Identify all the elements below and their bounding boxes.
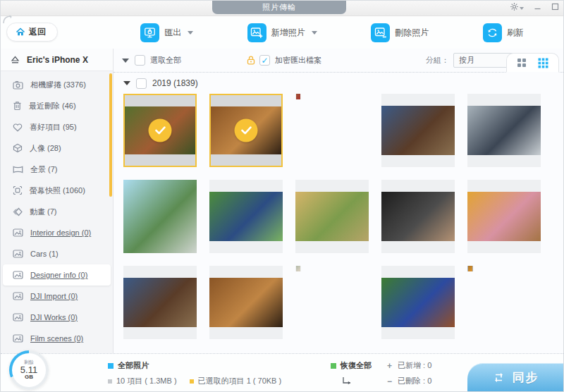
album-icon (13, 271, 23, 279)
collapse-all-caret-icon[interactable] (122, 59, 129, 63)
album-icon (13, 334, 23, 343)
sidebar-item-cars[interactable]: Cars (1) (3, 243, 111, 264)
photo-card-pizza-slices-on-wooden-table[interactable] (209, 94, 283, 167)
photo-card-salad-plate-with-blue-rim[interactable] (381, 266, 455, 339)
photo-card-coastal-road-with-cyclist[interactable] (123, 180, 197, 253)
photo-card-child-with-backpack-in-park[interactable] (209, 180, 283, 253)
toolbar-button-export[interactable]: 匯出 (140, 23, 193, 42)
encrypt-export-label: 加密匯出檔案 (275, 55, 321, 66)
delete-photo-icon (371, 23, 390, 42)
toolbar-button-add-photo[interactable]: 新增照片 (247, 23, 317, 42)
sidebar-item-label: DJI Works (0) (30, 313, 78, 321)
photo-thumbnail (381, 278, 455, 327)
photo-card-woman-in-sunlit-park[interactable] (295, 180, 369, 253)
sidebar-item-動畫[interactable]: 動畫 (7) (3, 201, 111, 222)
sidebar-item-label: 動畫 (7) (30, 207, 57, 217)
photo-card-person-crouching-tying-shoes[interactable] (467, 94, 541, 167)
photo-card-brown-dog-being-petted[interactable] (381, 94, 455, 167)
group-title: 2019 (1839) (152, 78, 198, 88)
sidebar-item-film-scenes[interactable]: Film scenes (0) (3, 328, 111, 349)
filter-bar: ✓ 選取全部 ✓ 加密匯出檔案 分組： 按月 ⌄ (114, 49, 563, 73)
sidebar-item-label: 人像 (28) (30, 143, 61, 154)
sidebar-scrollbar-thumb[interactable] (109, 73, 112, 197)
sidebar-item-全景[interactable]: 全景 (7) (3, 159, 111, 180)
device-header[interactable]: Eric's iPhone X (1, 49, 113, 71)
restore-bullet-icon (331, 363, 336, 369)
selected-bullet-icon (190, 379, 194, 384)
sidebar-item-dji-import[interactable]: DJI Import (0) (3, 286, 111, 307)
toolbar-button-label: 新增照片 (271, 27, 305, 39)
select-all-checkbox[interactable]: ✓ (135, 55, 145, 66)
album-icon (13, 292, 23, 300)
photo-card-pizza-slices-on-wooden-table[interactable] (209, 266, 283, 339)
plus-icon: + (387, 361, 393, 371)
refresh-icon (483, 23, 502, 42)
eject-icon (11, 56, 20, 64)
toolbar-button-refresh[interactable]: 刷新 (483, 23, 524, 42)
photo-thumbnail (381, 192, 455, 241)
sync-button[interactable]: 同步 (467, 363, 563, 391)
sidebar-item-螢幕快照[interactable]: 螢幕快照 (1060) (3, 180, 111, 201)
maximize-button[interactable] (551, 3, 559, 11)
screenshot-icon (13, 185, 23, 195)
restore-all-label[interactable]: 恢復全部 (341, 360, 372, 371)
selection-legend: 全部照片 10 項目 ( 1.3MB ) 已選取的項目 1 ( 70KB ) (108, 360, 281, 386)
sidebar-item-label: Interior design (0) (30, 228, 91, 237)
back-button[interactable]: 返回 (6, 23, 58, 42)
sidebar-item-label: DJI Import (0) (30, 292, 78, 300)
sidebar-item-喜好項目[interactable]: 喜好項目 (95) (3, 116, 111, 137)
group-header: ✓ 2019 (1839) (114, 73, 563, 94)
sidebar: Eric's iPhone X 相機膠捲 (3376)最近刪除 (46)喜好項目… (1, 49, 114, 353)
add-photo-icon (247, 23, 266, 42)
sidebar-item-label: 最近刪除 (46) (29, 101, 76, 111)
view-grid-large-button[interactable] (517, 58, 527, 68)
device-name: Eric's iPhone X (27, 55, 88, 65)
sidebar-item-label: Designer info (0) (30, 271, 87, 279)
sidebar-item-相機膠捲[interactable]: 相機膠捲 (3376) (3, 74, 111, 95)
photo-thumbnail (467, 192, 541, 241)
select-all-label: 選取全部 (150, 55, 181, 66)
sidebar-item-dji-works[interactable]: DJI Works (0) (3, 307, 111, 328)
cube-icon (13, 143, 23, 153)
sidebar-item-最近刪除[interactable]: 最近刪除 (46) (3, 95, 111, 116)
app-window: 照片傳輸 返回 匯出新增照片刪除照片刷新 (0, 0, 564, 392)
photo-card-house-facade-with-green-door[interactable] (295, 266, 301, 271)
toolbar-button-delete-photo[interactable]: 刪除照片 (371, 23, 429, 42)
gauge-unit: GB (25, 374, 33, 380)
settings-gear-icon[interactable] (510, 2, 524, 11)
photo-card-child-in-red-plaid-blowing-bubbles[interactable] (295, 94, 301, 99)
selected-check-icon (149, 119, 172, 142)
home-icon (16, 27, 25, 37)
album-icon (13, 250, 23, 258)
status-bar: 剩餘 5.11 GB 全部照片 10 項目 ( 1.3MB ) 已選取的項目 1… (1, 353, 563, 391)
items-bullet-icon (108, 379, 112, 384)
album-icon (13, 228, 23, 237)
photo-card-videographer-holding-camera[interactable] (381, 180, 455, 253)
photo-thumbnail (296, 94, 301, 99)
dropdown-caret-icon (188, 31, 193, 35)
toolbar-button-label: 刪除照片 (395, 27, 429, 39)
sidebar-item-人像[interactable]: 人像 (28) (3, 137, 111, 159)
photo-card-bowl-of-yellow-soup-on-table[interactable] (467, 180, 541, 253)
minimize-button[interactable] (534, 3, 541, 11)
items-count-label: 10 項目 ( 1.3MB ) (116, 376, 177, 386)
group-checkbox[interactable]: ✓ (136, 78, 147, 89)
trash-icon (13, 101, 22, 111)
back-label: 返回 (29, 26, 46, 38)
toolbar-button-label: 匯出 (164, 27, 181, 39)
group-by-value: 按月 (459, 55, 474, 66)
view-grid-small-button[interactable] (538, 58, 548, 68)
animation-icon (13, 207, 23, 216)
sidebar-item-designer-info[interactable]: Designer info (0) (3, 264, 111, 286)
toolbar-button-label: 刷新 (507, 27, 524, 39)
photo-card-brown-dog-being-petted[interactable] (123, 266, 197, 339)
settings-caret-icon (520, 7, 524, 10)
sidebar-item-interior-design[interactable]: Interior design (0) (3, 222, 111, 243)
photo-card-apricots-on-dark-cloth[interactable] (467, 266, 473, 271)
photo-thumbnail (123, 278, 197, 327)
group-collapse-caret-icon[interactable] (123, 81, 130, 85)
photo-thumbnail (209, 192, 283, 241)
encrypt-export-checkbox[interactable]: ✓ (259, 55, 270, 66)
photo-card-cactus-plants-in-terracotta-pots[interactable] (123, 94, 197, 167)
sidebar-item-label: Cars (1) (30, 250, 59, 258)
